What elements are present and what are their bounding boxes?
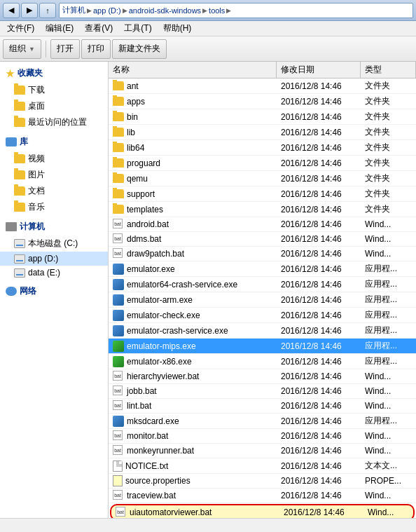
table-row[interactable]: bat draw9patch.bat 2016/12/8 14:46 Wind.… bbox=[109, 247, 416, 261]
table-row[interactable]: bin 2016/12/8 14:46 文件夹 bbox=[109, 109, 416, 125]
file-name: support bbox=[109, 188, 277, 200]
sidebar-computer-header[interactable]: 计算机 bbox=[0, 218, 108, 236]
file-name-text: emulator-check.exe bbox=[127, 311, 200, 320]
table-row[interactable]: ant 2016/12/8 14:46 文件夹 bbox=[109, 79, 416, 94]
sidebar-network-header[interactable]: 网络 bbox=[0, 282, 108, 300]
file-date: 2016/12/8 14:46 bbox=[277, 111, 361, 123]
sidebar-item-c-drive[interactable]: 本地磁盘 (C:) bbox=[0, 236, 108, 252]
sidebar-item-e-drive[interactable]: data (E:) bbox=[0, 266, 108, 280]
file-name-text: qemu bbox=[127, 174, 148, 184]
folder-icon bbox=[14, 154, 25, 163]
exe-icon bbox=[113, 310, 124, 321]
file-date: 2016/12/8 14:46 bbox=[277, 142, 361, 154]
path-segment-tools[interactable]: tools bbox=[209, 6, 225, 15]
path-segment-computer[interactable]: 计算机 bbox=[62, 5, 85, 15]
table-row[interactable]: mksdcard.exe 2016/12/8 14:46 应用程... bbox=[109, 414, 416, 429]
bat-icon: bat bbox=[113, 219, 124, 230]
menu-view[interactable]: 查看(V) bbox=[81, 21, 117, 36]
table-row[interactable]: support 2016/12/8 14:46 文件夹 bbox=[109, 186, 416, 202]
table-row[interactable]: emulator-crash-service.exe 2016/12/8 14:… bbox=[109, 323, 416, 339]
file-type: Wind... bbox=[361, 444, 416, 457]
sidebar-item-music[interactable]: 音乐 bbox=[0, 199, 108, 215]
up-button[interactable]: ↑ bbox=[39, 3, 56, 18]
table-row[interactable]: emulator-check.exe 2016/12/8 14:46 应用程..… bbox=[109, 308, 416, 323]
file-name: bat jobb.bat bbox=[109, 384, 277, 398]
file-type: 文件夹 bbox=[361, 171, 416, 186]
file-date: 2016/12/8 14:46 bbox=[277, 172, 361, 185]
new-folder-button[interactable]: 新建文件夹 bbox=[112, 39, 167, 59]
table-row[interactable]: bat lint.bat 2016/12/8 14:46 Wind... bbox=[109, 399, 416, 414]
sidebar-favorites-header[interactable]: ★ 收藏夹 bbox=[0, 64, 108, 82]
folder-icon bbox=[113, 205, 124, 214]
file-type: 文件夹 bbox=[361, 156, 416, 170]
menu-help[interactable]: 帮助(H) bbox=[159, 21, 196, 36]
sidebar-item-recent[interactable]: 最近访问的位置 bbox=[0, 114, 108, 130]
menu-file[interactable]: 文件(F) bbox=[3, 21, 39, 36]
file-date: 2016/12/8 14:46 bbox=[277, 188, 361, 200]
table-row[interactable]: templates 2016/12/8 14:46 文件夹 bbox=[109, 202, 416, 217]
column-type[interactable]: 类型 bbox=[361, 62, 416, 78]
file-list-container[interactable]: 名称 修改日期 类型 ant 2016/12/8 14:46 文件夹 apps … bbox=[109, 62, 416, 518]
table-row[interactable]: emulator-arm.exe 2016/12/8 14:46 应用程... bbox=[109, 292, 416, 308]
table-row[interactable]: bat android.bat 2016/12/8 14:46 Wind... bbox=[109, 217, 416, 232]
folder-icon bbox=[14, 203, 25, 212]
organize-button[interactable]: 组织 ▼ bbox=[3, 39, 41, 59]
table-row[interactable]: proguard 2016/12/8 14:46 文件夹 bbox=[109, 156, 416, 171]
print-button[interactable]: 打印 bbox=[81, 39, 111, 59]
menu-tools[interactable]: 工具(T) bbox=[120, 21, 155, 36]
table-row[interactable]: bat monitor.bat 2016/12/8 14:46 Wind... bbox=[109, 429, 416, 444]
file-name-text: jobb.bat bbox=[127, 386, 157, 396]
file-date: 2016/12/8 14:46 bbox=[279, 506, 363, 518]
menu-edit[interactable]: 编辑(E) bbox=[41, 21, 78, 36]
file-name-text: monitor.bat bbox=[127, 431, 168, 441]
file-name: emulator-check.exe bbox=[109, 308, 277, 322]
file-date: 2016/12/8 14:46 bbox=[277, 325, 361, 337]
sidebar-item-desktop[interactable]: 桌面 bbox=[0, 98, 108, 114]
sidebar-item-d-drive[interactable]: app (D:) bbox=[0, 252, 108, 266]
table-row[interactable]: emulator.exe 2016/12/8 14:46 应用程... bbox=[109, 261, 416, 277]
column-name[interactable]: 名称 bbox=[109, 62, 277, 78]
bat-icon: bat bbox=[116, 507, 127, 518]
table-row[interactable]: emulator-x86.exe 2016/12/8 14:46 应用程... bbox=[109, 354, 416, 369]
file-rows: ant 2016/12/8 14:46 文件夹 apps 2016/12/8 1… bbox=[109, 79, 416, 518]
table-row[interactable]: bat jobb.bat 2016/12/8 14:46 Wind... bbox=[109, 384, 416, 399]
table-row[interactable]: bat monkeyrunner.bat 2016/12/8 14:46 Win… bbox=[109, 444, 416, 458]
table-row[interactable]: NOTICE.txt 2016/12/8 14:46 文本文... bbox=[109, 458, 416, 474]
table-row[interactable]: bat hierarchyviewer.bat 2016/12/8 14:46 … bbox=[109, 369, 416, 384]
back-button[interactable]: ◀ bbox=[3, 3, 20, 18]
folder-icon bbox=[14, 170, 25, 179]
star-icon: ★ bbox=[6, 68, 15, 79]
main-container: ★ 收藏夹 下载 桌面 最近访问的位置 库 bbox=[0, 62, 416, 518]
file-name: bin bbox=[109, 111, 277, 123]
table-row[interactable]: source.properties 2016/12/8 14:46 PROPE.… bbox=[109, 474, 416, 489]
table-row[interactable]: bat uiautomatorviewer.bat 2016/12/8 14:4… bbox=[110, 504, 415, 518]
file-type: 文本文... bbox=[361, 458, 416, 473]
sidebar-item-download[interactable]: 下载 bbox=[0, 82, 108, 98]
toolbar-separator bbox=[46, 41, 46, 57]
table-row[interactable]: emulator-mips.exe 2016/12/8 14:46 应用程... bbox=[109, 339, 416, 354]
table-row[interactable]: qemu 2016/12/8 14:46 文件夹 bbox=[109, 171, 416, 186]
sidebar-item-video[interactable]: 视频 bbox=[0, 151, 108, 167]
table-row[interactable]: bat ddms.bat 2016/12/8 14:46 Wind... bbox=[109, 232, 416, 247]
table-row[interactable]: emulator64-crash-service.exe 2016/12/8 1… bbox=[109, 277, 416, 292]
file-name: bat android.bat bbox=[109, 217, 277, 231]
sidebar-item-picture[interactable]: 图片 bbox=[0, 167, 108, 183]
table-row[interactable]: bat traceview.bat 2016/12/8 14:46 Wind..… bbox=[109, 489, 416, 503]
open-button[interactable]: 打开 bbox=[50, 39, 80, 59]
file-name-text: traceview.bat bbox=[127, 491, 176, 500]
file-date: 2016/12/8 14:46 bbox=[277, 340, 361, 353]
forward-button[interactable]: ▶ bbox=[21, 3, 38, 18]
path-segment-sdk[interactable]: android-sdk-windows bbox=[129, 6, 201, 15]
file-type: 应用程... bbox=[361, 414, 416, 428]
file-name: lib64 bbox=[109, 142, 277, 154]
sidebar-library-header[interactable]: 库 bbox=[0, 133, 108, 151]
column-date[interactable]: 修改日期 bbox=[277, 62, 361, 78]
file-name-text: emulator-crash-service.exe bbox=[127, 326, 228, 336]
sidebar-item-document[interactable]: 文档 bbox=[0, 183, 108, 199]
file-date: 2016/12/8 14:46 bbox=[277, 247, 361, 260]
bat-icon: bat bbox=[113, 233, 124, 245]
path-segment-drive[interactable]: app (D:) bbox=[93, 6, 121, 15]
table-row[interactable]: lib 2016/12/8 14:46 文件夹 bbox=[109, 125, 416, 140]
table-row[interactable]: apps 2016/12/8 14:46 文件夹 bbox=[109, 94, 416, 109]
table-row[interactable]: lib64 2016/12/8 14:46 文件夹 bbox=[109, 140, 416, 156]
